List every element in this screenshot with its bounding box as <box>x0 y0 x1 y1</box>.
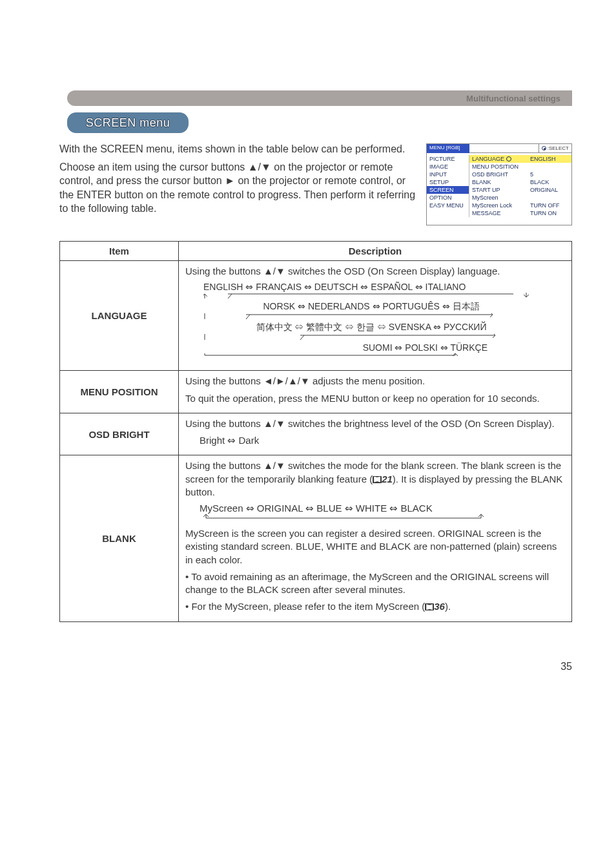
table-row: OSD BRIGHT Using the buttons ▲/▼ switche… <box>60 413 572 455</box>
osd-col-values: ENGLISH 5 BLACK ORIGINAL TURN OFF TURN O… <box>528 155 571 217</box>
osd-col-settings: LANGUAGE MENU POSITION OSD BRIGHT BLANK … <box>469 155 528 217</box>
blank-cycle-arrow <box>200 514 565 522</box>
globe-icon <box>506 156 511 162</box>
osd-setting-selected: LANGUAGE <box>469 155 528 163</box>
section-title: SCREEN menu <box>86 116 170 130</box>
section-header-bar: Multifunctional settings <box>67 90 572 106</box>
lang-line-1: ENGLISH ⇔ FRANÇAIS ⇔ DEUTSCH ⇔ ESPAÑOL ⇔… <box>203 282 565 292</box>
lang-p1: Using the buttons ▲/▼ switches the OSD (… <box>185 265 565 278</box>
manual-ref-icon <box>425 603 434 610</box>
blank-p2: MyScreen is the screen you can register … <box>185 527 565 567</box>
table-head-item: Item <box>60 242 179 261</box>
table-row: BLANK Using the buttons ▲/▼ switches the… <box>60 455 572 621</box>
row-desc-osdbright: Using the buttons ▲/▼ switches the brigh… <box>179 413 572 455</box>
section-title-badge: SCREEN menu <box>67 112 189 133</box>
table-row: LANGUAGE Using the buttons ▲/▼ switches … <box>60 261 572 371</box>
blank-modes-line: MyScreen ⇔ ORIGINAL ⇔ BLUE ⇔ WHITE ⇔ BLA… <box>200 503 565 514</box>
connector-arrow-icon <box>203 353 539 360</box>
osd-setting: START UP <box>472 186 525 194</box>
svg-line-2 <box>246 315 250 319</box>
settings-table: Item Description LANGUAGE Using the butt… <box>59 241 572 622</box>
osd-title-left: MENU [RGB] <box>427 144 469 153</box>
osd-preview-panel: MENU [RGB] :SELECT PICTURE IMAGE INPUT S… <box>426 143 572 225</box>
blank-p3: • To avoid remaining as an afterimage, t… <box>185 570 565 597</box>
osd-setting: OSD BRIGHT <box>472 171 525 178</box>
menupos-p2: To quit the operation, press the MENU bu… <box>185 392 565 405</box>
lang-line-4: SUOMI ⇔ POLSKI ⇔ TÜRKÇE <box>203 342 565 353</box>
osdbright-p2: Bright ⇔ Dark <box>200 434 565 447</box>
osd-value: 5 <box>530 171 569 178</box>
osd-item: SETUP <box>429 178 466 186</box>
osd-col-categories: PICTURE IMAGE INPUT SETUP SCREEN OPTION … <box>427 155 469 217</box>
row-desc-menupos: Using the buttons ◄/►/▲/▼ adjusts the me… <box>179 371 572 413</box>
row-item-menupos: MENU POSITION <box>60 371 179 413</box>
row-desc-language: Using the buttons ▲/▼ switches the OSD (… <box>179 261 572 371</box>
intro-paragraphs: With the SCREEN menu, items shown in the… <box>59 142 418 220</box>
table-head-desc: Description <box>179 242 572 261</box>
svg-line-4 <box>300 335 304 340</box>
table-row: MENU POSITION Using the buttons ◄/►/▲/▼ … <box>60 371 572 413</box>
row-desc-blank: Using the buttons ▲/▼ switches the mode … <box>179 455 572 621</box>
lang-line-3: 简体中文 ⇔ 繁體中文 ⇔ 한글 ⇔ SVENSKA ⇔ РУССКИЙ <box>203 322 565 333</box>
manual-ref-icon <box>373 476 382 483</box>
osd-item: EASY MENU <box>429 202 466 209</box>
connector-arrow-icon <box>203 334 539 340</box>
osd-setting: MENU POSITION <box>472 163 525 171</box>
section-header-label: Multifunctional settings <box>466 94 560 103</box>
osd-setting: MyScreen <box>472 194 525 202</box>
language-cycle-diagram: ENGLISH ⇔ FRANÇAIS ⇔ DEUTSCH ⇔ ESPAÑOL ⇔… <box>203 282 565 360</box>
osd-title-right: :SELECT <box>539 144 571 153</box>
osd-value: ORIGINAL <box>530 186 569 194</box>
osd-value <box>530 194 569 202</box>
osd-item: OPTION <box>429 194 466 202</box>
lang-line-2: NORSK ⇔ NEDERLANDS ⇔ PORTUGUÊS ⇔ 日本語 <box>203 301 565 313</box>
osd-item: IMAGE <box>429 163 466 171</box>
cycle-arrow-icon <box>203 514 488 522</box>
osd-setting: MESSAGE <box>472 209 525 217</box>
osd-setting: BLANK <box>472 178 525 186</box>
osd-value: TURN ON <box>530 209 569 217</box>
osd-setting: MyScreen Lock <box>472 202 525 209</box>
intro-p1: With the SCREEN menu, items shown in the… <box>59 142 418 156</box>
svg-line-0 <box>228 294 232 298</box>
row-item-blank: BLANK <box>60 455 179 621</box>
osd-item-selected: SCREEN <box>427 186 469 194</box>
osd-item: INPUT <box>429 171 466 178</box>
blank-p1: Using the buttons ▲/▼ switches the mode … <box>185 459 565 499</box>
osd-value: BLACK <box>530 178 569 186</box>
osd-value-selected: ENGLISH <box>528 155 571 163</box>
blank-p4: • For the MyScreen, please refer to the … <box>185 600 565 613</box>
page-number: 35 <box>0 661 572 672</box>
select-icon <box>542 146 546 151</box>
osd-item: PICTURE <box>429 155 466 163</box>
menupos-p1: Using the buttons ◄/►/▲/▼ adjusts the me… <box>185 375 565 388</box>
osd-value: TURN OFF <box>530 202 569 209</box>
row-item-language: LANGUAGE <box>60 261 179 371</box>
connector-arrow-icon <box>203 293 539 299</box>
intro-p2: Choose an item using the cursor buttons … <box>59 160 418 216</box>
connector-arrow-icon <box>203 313 539 320</box>
row-item-osdbright: OSD BRIGHT <box>60 413 179 455</box>
osdbright-p1: Using the buttons ▲/▼ switches the brigh… <box>185 417 565 430</box>
osd-value <box>530 163 569 171</box>
